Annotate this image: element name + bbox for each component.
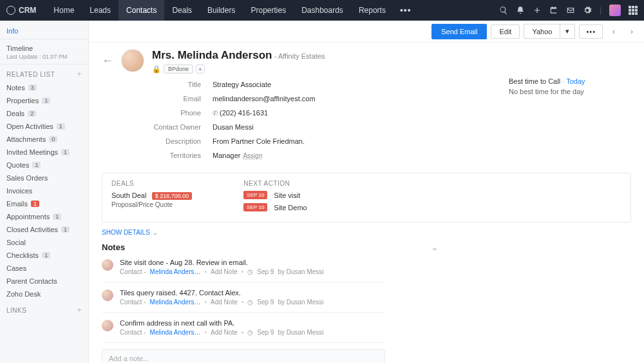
sidebar-timeline[interactable]: Timeline [0, 42, 88, 54]
note-add-link[interactable]: Add Note [211, 329, 238, 336]
note-add-link[interactable]: Add Note [211, 268, 238, 275]
note-item[interactable]: Site visit done - Aug 28. Review in emai… [102, 252, 385, 282]
sidebar-item-parent-contacts[interactable]: Parent Contacts [0, 275, 88, 288]
clock-icon: ◷ [247, 268, 253, 275]
deals-card: DEALS South Deal $ 216,700.00 Proposal/P… [102, 173, 631, 222]
app-name: CRM [19, 6, 36, 15]
mail-icon[interactable] [566, 6, 575, 15]
sidebar-item-zoho-desk[interactable]: Zoho Desk [0, 288, 88, 300]
sidebar-item-open-activities[interactable]: Open Activities1 [0, 120, 88, 133]
note-contact-link[interactable]: Melinda Anders… [150, 299, 201, 306]
detail-phone[interactable]: ✆(202) 416-1631 [213, 109, 268, 117]
contact-avatar[interactable] [121, 49, 144, 72]
date-badge: SEP 10 [243, 203, 267, 211]
gear-icon[interactable] [583, 6, 592, 15]
detail-title: Strategy Associate [213, 81, 271, 88]
apps-grid-icon[interactable] [629, 6, 638, 15]
sidebar-item-sales-orders[interactable]: Sales Orders [0, 172, 88, 184]
more-actions-button[interactable]: ••• [579, 25, 603, 39]
nav-more[interactable]: ••• [393, 5, 418, 15]
contact-name: Mrs. Melinda Anderson [152, 49, 272, 61]
nav-tab-home[interactable]: Home [46, 0, 82, 21]
sidebar-info[interactable]: Info [0, 26, 88, 39]
calendar-icon[interactable] [549, 6, 558, 15]
next-action-row[interactable]: SEP 10Site visit [243, 191, 307, 199]
note-add-link[interactable]: Add Note [211, 299, 238, 306]
nav-tab-deals[interactable]: Deals [164, 0, 200, 21]
sidebar-item-social[interactable]: Social [0, 236, 88, 249]
next-action-row[interactable]: SEP 10Site Demo [243, 203, 307, 211]
contact-company[interactable]: Affinity Estates [278, 52, 325, 60]
sidebar-item-emails[interactable]: Emails1 [0, 197, 88, 210]
detail-description: From Partner Cole Friedman. [213, 137, 305, 145]
sidebar-item-cases[interactable]: Cases [0, 262, 88, 275]
add-note-input[interactable]: Add a note... [102, 349, 385, 363]
action-bar: Send Email Edit Yahoo ▾ ••• ‹ › [89, 21, 644, 43]
nav-tab-contacts[interactable]: Contacts [118, 0, 164, 21]
note-avatar [102, 320, 113, 331]
sidebar-item-quotes[interactable]: Quotes1 [0, 159, 88, 172]
clock-icon: ◷ [247, 299, 253, 306]
add-related-icon[interactable]: + [77, 70, 82, 79]
lock-icon: 🔒 [152, 65, 161, 74]
top-nav: CRM HomeLeadsContactsDealsBuildersProper… [0, 0, 644, 21]
nav-tab-reports[interactable]: Reports [351, 0, 393, 21]
nav-tab-leads[interactable]: Leads [82, 0, 118, 21]
add-tag-button[interactable]: + [196, 64, 205, 74]
bell-icon[interactable] [516, 6, 525, 15]
notes-heading: Notes ⌄ [102, 242, 631, 252]
note-item[interactable]: Tiles query raised. 4427. Contact Alex.C… [102, 282, 385, 313]
assign-link[interactable]: Assign [243, 152, 262, 159]
sidebar-item-properties[interactable]: Properties1 [0, 94, 88, 107]
sidebar-item-invited-meetings[interactable]: Invited Meetings1 [0, 146, 88, 159]
sidebar-section-links: LINKS + [0, 300, 88, 317]
sidebar-item-deals[interactable]: Deals2 [0, 107, 88, 120]
sidebar-item-notes[interactable]: Notes3 [0, 81, 88, 94]
add-link-icon[interactable]: + [77, 306, 82, 315]
sidebar-item-invoices[interactable]: Invoices [0, 184, 88, 197]
logo-icon [6, 6, 15, 15]
contact-tag[interactable]: BPdone [164, 64, 193, 74]
nav-tab-properties[interactable]: Properties [243, 0, 294, 21]
sidebar-item-appointments[interactable]: Appointments1 [0, 210, 88, 223]
detail-owner[interactable]: Dusan Messi [213, 123, 254, 131]
sidebar-item-closed-activities[interactable]: Closed Activities1 [0, 223, 88, 236]
yahoo-button[interactable]: Yahoo [524, 24, 560, 39]
sidebar: Info Timeline Last Update : 01:07 PM REL… [0, 21, 89, 363]
search-icon[interactable] [499, 6, 508, 15]
user-avatar[interactable] [609, 5, 621, 16]
contact-details: TitleStrategy Associate Emailmelindander… [142, 77, 316, 162]
notes-chevron-icon[interactable]: ⌄ [431, 243, 438, 252]
nav-tab-builders[interactable]: Builders [200, 0, 243, 21]
note-item[interactable]: Confirm address in next call with PA.Con… [102, 313, 385, 343]
best-time-panel: Best time to Call·Today No best time for… [509, 77, 631, 95]
edit-button[interactable]: Edit [491, 25, 520, 39]
deal-stage: Proposal/Price Quote [111, 201, 192, 208]
sidebar-section-related: RELATED LIST + [0, 64, 88, 81]
back-arrow-icon[interactable]: ← [102, 54, 113, 68]
sidebar-last-update: Last Update : 01:07 PM [0, 54, 88, 64]
prev-record-arrow[interactable]: ‹ [607, 25, 621, 39]
deal-amount-badge: $ 216,700.00 [152, 192, 193, 200]
sidebar-item-attachments[interactable]: Attachments0 [0, 133, 88, 146]
plus-icon[interactable] [533, 6, 542, 15]
yahoo-dropdown[interactable]: ▾ [560, 24, 575, 39]
today-link[interactable]: Today [566, 77, 585, 85]
note-contact-link[interactable]: Melinda Anders… [150, 268, 201, 275]
app-logo[interactable]: CRM [6, 6, 36, 15]
sidebar-item-checklists[interactable]: Checklists1 [0, 249, 88, 262]
phone-icon: ✆ [213, 110, 218, 117]
detail-territories: ManagerAssign [213, 152, 262, 159]
detail-email[interactable]: melindanderson@affinityest.com [213, 95, 316, 103]
send-email-button[interactable]: Send Email [431, 24, 487, 39]
note-avatar [102, 259, 113, 271]
note-contact-link[interactable]: Melinda Anders… [150, 329, 201, 336]
note-avatar [102, 289, 113, 301]
date-badge: SEP 10 [243, 191, 267, 199]
show-details-toggle[interactable]: SHOW DETAILS [102, 229, 631, 236]
next-record-arrow[interactable]: › [625, 25, 639, 39]
deal-name[interactable]: South Deal [111, 191, 146, 199]
nav-tab-dashboards[interactable]: Dashboards [294, 0, 351, 21]
clock-icon: ◷ [247, 329, 253, 336]
